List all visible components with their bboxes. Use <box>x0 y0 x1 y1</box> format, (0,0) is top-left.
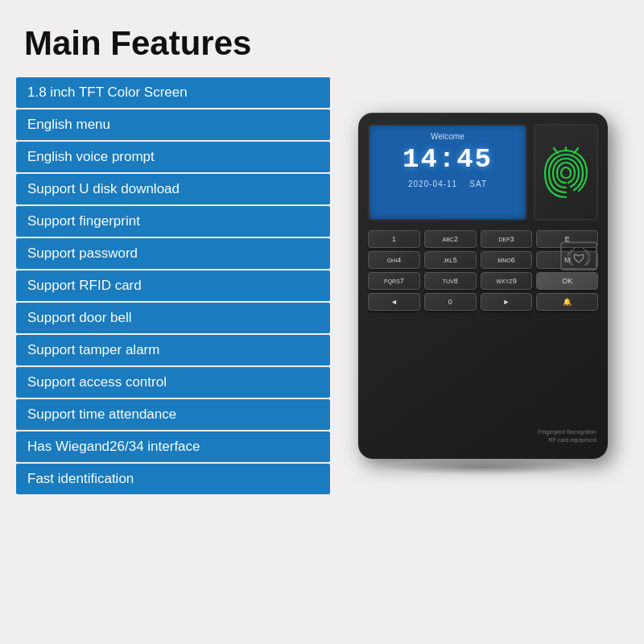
keypad-row-4: ◄ 0 ► 🔔 <box>368 293 598 311</box>
feature-item-2: English menu <box>16 109 330 140</box>
device-top: Welcome 14:45 2020-04-11 SAT <box>368 124 598 221</box>
key-4[interactable]: GHI4 <box>368 251 420 269</box>
key-5[interactable]: JKL5 <box>424 251 477 269</box>
key-bell[interactable]: 🔔 <box>536 293 598 311</box>
key-3[interactable]: DEF3 <box>481 230 533 248</box>
device-image-area: Welcome 14:45 2020-04-11 SAT <box>330 77 628 494</box>
key-2[interactable]: ABC2 <box>424 230 477 248</box>
key-1[interactable]: 1 <box>368 230 420 248</box>
key-6[interactable]: MNO6 <box>481 251 533 269</box>
page-container: Main Features 1.8 inch TFT Color ScreenE… <box>0 0 644 644</box>
screen-date: 2020-04-11 SAT <box>408 180 487 188</box>
feature-item-4: Support U disk download <box>16 174 330 204</box>
feature-item-8: Support door bell <box>16 303 330 333</box>
rfid-icon <box>568 246 590 266</box>
feature-item-3: English voice prompt <box>16 142 330 172</box>
key-9[interactable]: WXYZ9 <box>481 272 533 290</box>
screen-time: 14:45 <box>402 144 493 175</box>
feature-item-9: Support tamper alarm <box>16 335 330 365</box>
rfid-reader <box>560 242 597 270</box>
feature-item-10: Support access control <box>16 367 330 398</box>
feature-item-11: Support time attendance <box>16 399 330 430</box>
device-label: Fingerprint Recognition RF card equipmen… <box>539 428 597 444</box>
feature-item-12: Has Wiegand26/34 interface <box>16 431 330 462</box>
fingerprint-sensor <box>534 124 598 221</box>
main-title: Main Features <box>24 24 251 63</box>
key-7[interactable]: PQRS7 <box>368 272 420 290</box>
key-right[interactable]: ► <box>481 293 533 311</box>
content-area: 1.8 inch TFT Color ScreenEnglish menuEng… <box>16 77 628 494</box>
features-list: 1.8 inch TFT Color ScreenEnglish menuEng… <box>16 77 330 494</box>
feature-item-13: Fast identification <box>16 464 330 494</box>
feature-item-7: Support RFID card <box>16 270 330 301</box>
fingerprint-icon <box>542 142 590 203</box>
feature-item-5: Support fingerprint <box>16 206 330 237</box>
key-0[interactable]: 0 <box>424 293 477 311</box>
key-left[interactable]: ◄ <box>368 293 420 311</box>
feature-item-1: 1.8 inch TFT Color Screen <box>16 77 330 108</box>
key-ok[interactable]: OK <box>536 272 598 290</box>
device-shadow <box>382 459 584 475</box>
fingerprint-device: Welcome 14:45 2020-04-11 SAT <box>358 113 608 459</box>
screen-welcome: Welcome <box>431 132 464 141</box>
keypad-row-3: PQRS7 TUV8 WXYZ9 OK <box>368 272 598 290</box>
feature-item-6: Support password <box>16 238 330 269</box>
device-screen: Welcome 14:45 2020-04-11 SAT <box>368 124 527 221</box>
key-8[interactable]: TUV8 <box>424 272 477 290</box>
